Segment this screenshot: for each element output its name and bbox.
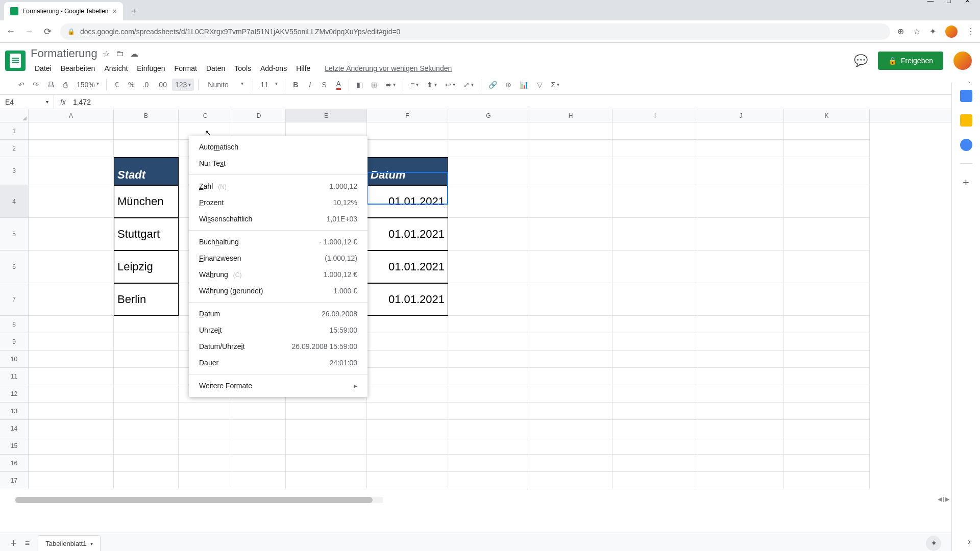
col-G[interactable]: G <box>448 109 529 122</box>
cell[interactable] <box>529 455 612 472</box>
col-D[interactable]: D <box>232 109 286 122</box>
formula-value[interactable]: 1,472 <box>73 98 91 106</box>
menu-datei[interactable]: Datei <box>31 62 56 74</box>
cell[interactable] <box>448 218 529 251</box>
cell[interactable] <box>448 403 529 420</box>
valign-button[interactable]: ⬍▾ <box>424 79 440 91</box>
cell[interactable] <box>612 157 698 185</box>
cell[interactable] <box>784 185 870 218</box>
format-number[interactable]: Zahl (N)1.000,12 <box>189 178 368 194</box>
undo-button[interactable]: ↶ <box>15 79 28 91</box>
cell[interactable] <box>784 122 870 140</box>
cell[interactable] <box>698 420 784 437</box>
scroll-left-icon[interactable]: ◀ <box>938 496 942 503</box>
user-avatar[interactable] <box>953 52 972 70</box>
zoom-icon[interactable]: ⊕ <box>897 27 904 36</box>
cell[interactable] <box>698 251 784 283</box>
cell[interactable] <box>448 185 529 218</box>
cell[interactable] <box>29 455 114 472</box>
cell[interactable] <box>367 122 448 140</box>
cloud-icon[interactable]: ☁ <box>130 49 138 59</box>
cell[interactable] <box>114 385 179 403</box>
cell[interactable] <box>784 218 870 251</box>
number-format-button[interactable]: 123▾ <box>172 79 194 91</box>
cell[interactable] <box>529 185 612 218</box>
row-header[interactable]: 14 <box>0 420 29 437</box>
row-header[interactable]: 4 <box>0 185 29 218</box>
cell[interactable] <box>29 122 114 140</box>
cell[interactable] <box>29 218 114 251</box>
cell[interactable] <box>448 316 529 333</box>
format-date[interactable]: Datum26.09.2008 <box>189 306 368 322</box>
font-select[interactable]: Nunito▾ <box>203 79 249 91</box>
cell[interactable] <box>698 157 784 185</box>
cell[interactable] <box>529 140 612 157</box>
cell[interactable] <box>114 122 179 140</box>
bold-button[interactable]: B <box>289 79 302 91</box>
menu-hilfe[interactable]: Hilfe <box>292 62 314 74</box>
cell[interactable] <box>232 403 286 420</box>
comments-icon[interactable]: 💬 <box>854 54 868 67</box>
cell[interactable] <box>29 368 114 385</box>
cell[interactable] <box>698 333 784 350</box>
sheet-tab[interactable]: Tabellenblatt1 ▾ <box>38 535 101 552</box>
cell[interactable] <box>29 403 114 420</box>
cell[interactable] <box>698 403 784 420</box>
row-header[interactable]: 16 <box>0 455 29 472</box>
document-title[interactable]: Formatierung <box>31 47 97 60</box>
cell[interactable]: Berlin <box>114 283 179 316</box>
cell[interactable] <box>529 472 612 489</box>
cell[interactable] <box>529 420 612 437</box>
cell[interactable] <box>612 455 698 472</box>
cell[interactable] <box>286 420 367 437</box>
cell[interactable] <box>114 472 179 489</box>
decrease-decimal-button[interactable]: .0 <box>139 79 152 91</box>
strike-button[interactable]: S <box>318 79 330 91</box>
cell[interactable] <box>784 420 870 437</box>
move-icon[interactable]: 🗀 <box>116 49 124 59</box>
row-header[interactable]: 11 <box>0 368 29 385</box>
cell[interactable] <box>529 333 612 350</box>
cell[interactable] <box>448 472 529 489</box>
cell[interactable] <box>448 122 529 140</box>
col-C[interactable]: C <box>179 109 232 122</box>
last-edit-link[interactable]: Letzte Änderung vor wenigen Sekunden <box>321 62 456 74</box>
cell[interactable] <box>179 455 232 472</box>
row-header[interactable]: 9 <box>0 333 29 350</box>
new-tab-button[interactable]: + <box>127 4 141 18</box>
cell[interactable] <box>29 140 114 157</box>
cell[interactable] <box>114 420 179 437</box>
cell[interactable] <box>367 368 448 385</box>
cell[interactable] <box>367 437 448 455</box>
menu-ansicht[interactable]: Ansicht <box>100 62 132 74</box>
cell[interactable] <box>698 385 784 403</box>
italic-button[interactable]: I <box>304 79 316 91</box>
zoom-select[interactable]: 150%▾ <box>74 79 102 91</box>
rotate-button[interactable]: ⤢▾ <box>460 79 477 91</box>
browser-avatar[interactable] <box>945 26 958 38</box>
format-text[interactable]: Nur Text <box>189 155 368 171</box>
tasks-icon[interactable] <box>960 139 972 151</box>
cell[interactable]: 01.01.2021 <box>367 251 448 283</box>
cell[interactable] <box>612 218 698 251</box>
row-header[interactable]: 17 <box>0 472 29 489</box>
row-header[interactable]: 8 <box>0 316 29 333</box>
explore-button[interactable]: ✦ <box>926 536 941 551</box>
cell[interactable] <box>114 403 179 420</box>
col-E[interactable]: E <box>286 109 367 122</box>
cell[interactable] <box>29 350 114 368</box>
cell[interactable] <box>367 316 448 333</box>
cell[interactable] <box>367 455 448 472</box>
cell[interactable] <box>698 455 784 472</box>
cell[interactable] <box>29 437 114 455</box>
side-panel-toggle-icon[interactable]: › <box>968 536 971 547</box>
row-header[interactable]: 7 <box>0 283 29 316</box>
cell[interactable] <box>29 385 114 403</box>
cell[interactable] <box>232 420 286 437</box>
comment-button[interactable]: ⊕ <box>502 79 514 91</box>
row-header[interactable]: 13 <box>0 403 29 420</box>
cell[interactable] <box>698 122 784 140</box>
cell[interactable] <box>612 403 698 420</box>
cell[interactable] <box>612 472 698 489</box>
cell[interactable] <box>286 437 367 455</box>
